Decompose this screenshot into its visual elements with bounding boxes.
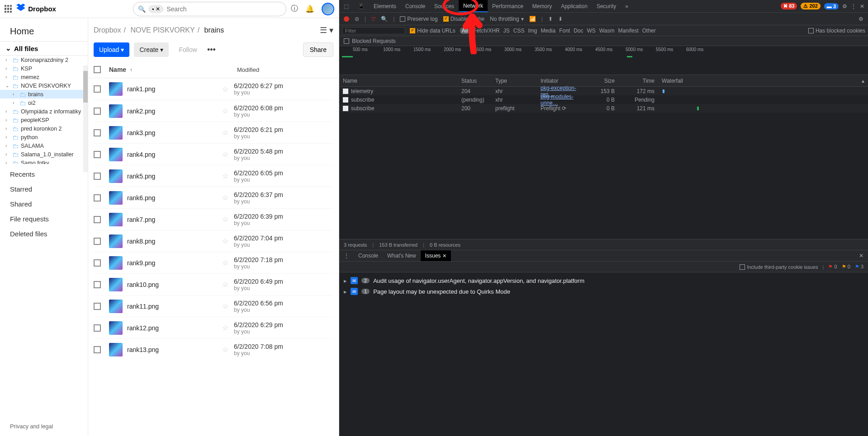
filter-type[interactable]: All xyxy=(460,28,470,34)
row-checkbox[interactable] xyxy=(94,194,101,202)
tree-item[interactable]: ›🗀python xyxy=(0,133,88,141)
row-checkbox[interactable] xyxy=(94,108,101,115)
file-name[interactable]: rank13.png xyxy=(127,346,222,353)
record-icon[interactable] xyxy=(344,16,349,22)
devtools-tab-network[interactable]: Network xyxy=(459,0,488,12)
star-icon[interactable]: ☆ xyxy=(222,172,234,180)
tree-item[interactable]: ›🗀Olympiáda z informatiky xyxy=(0,107,88,116)
filter-icon[interactable]: ▽ xyxy=(371,16,375,22)
tree-scrollbar[interactable] xyxy=(83,66,88,172)
clear-icon[interactable]: ⊘ xyxy=(355,16,359,22)
disable-cache-checkbox[interactable]: Disable cache xyxy=(443,16,484,22)
file-name[interactable]: rank5.png xyxy=(127,173,222,180)
kebab-icon[interactable]: ⋮ xyxy=(851,3,856,9)
star-icon[interactable]: ☆ xyxy=(222,323,234,332)
req-initiator[interactable]: Preflight ⟳ xyxy=(541,105,566,112)
sidebar-link[interactable]: Starred xyxy=(10,185,78,193)
row-checkbox[interactable] xyxy=(94,238,101,245)
search-input[interactable] xyxy=(166,5,284,13)
tree-item[interactable]: ⌄🗀NOVE PISKVORKY xyxy=(0,81,88,90)
filter-type[interactable]: CSS xyxy=(513,28,525,34)
search-icon[interactable]: 🔍 xyxy=(381,16,388,22)
include-cookie-checkbox[interactable]: Include third-party cookie issues xyxy=(740,264,818,270)
tree-item[interactable]: ›🗀oi2 xyxy=(0,98,88,107)
devtools-tab-sources[interactable]: Sources xyxy=(430,0,459,12)
offline-icon[interactable]: 📶 xyxy=(529,16,536,22)
file-name[interactable]: rank1.png xyxy=(127,85,222,93)
select-all-checkbox[interactable] xyxy=(94,66,101,73)
drawer-tab-console[interactable]: Console xyxy=(354,250,383,261)
file-name[interactable]: rank12.png xyxy=(127,324,222,332)
file-row[interactable]: rank3.png☆6/2/2020 6:21 pmby you xyxy=(94,122,333,143)
col-type[interactable]: Type xyxy=(492,78,537,84)
file-row[interactable]: rank9.png☆6/2/2020 7:18 pmby you xyxy=(94,252,333,273)
file-row[interactable]: rank7.png☆6/2/2020 6:39 pmby you xyxy=(94,208,333,230)
hide-data-urls-checkbox[interactable]: Hide data URLs xyxy=(410,28,455,34)
drawer-kebab-icon[interactable]: ⋮ xyxy=(339,250,354,261)
req-initiator[interactable]: pkg-modules-unne… xyxy=(541,94,574,106)
row-checkbox[interactable] xyxy=(94,281,101,288)
row-checkbox[interactable] xyxy=(94,85,101,93)
star-icon[interactable]: ☆ xyxy=(222,150,234,159)
file-name[interactable]: rank8.png xyxy=(127,238,222,245)
drawer-tab-whatsnew[interactable]: What's New xyxy=(383,250,421,261)
filter-type[interactable]: Fetch/XHR xyxy=(473,28,500,34)
issue-row[interactable]: ▸✉2Audit usage of navigator.userAgent, n… xyxy=(339,275,868,286)
dropbox-logo[interactable]: Dropbox xyxy=(16,4,56,14)
file-name[interactable]: rank6.png xyxy=(127,194,222,202)
row-checkbox[interactable] xyxy=(94,303,101,310)
file-name[interactable]: rank11.png xyxy=(127,303,222,310)
close-icon[interactable]: ✕ xyxy=(860,3,864,9)
warning-badge[interactable]: ⚠ 202 xyxy=(801,3,820,9)
file-name[interactable]: rank10.png xyxy=(127,281,222,288)
drawer-close-icon[interactable]: ✕ xyxy=(859,253,868,259)
sidebar-all-files[interactable]: ⌄ All files xyxy=(0,41,88,56)
file-row[interactable]: rank1.png☆6/2/2020 6:27 pmby you xyxy=(94,78,333,100)
filter-input[interactable] xyxy=(342,27,405,34)
star-icon[interactable]: ☆ xyxy=(222,345,234,354)
devtools-tab-performance[interactable]: Performance xyxy=(488,0,528,12)
sidebar-link[interactable]: Shared xyxy=(10,200,78,208)
share-button[interactable]: Share xyxy=(303,42,333,57)
row-checkbox[interactable] xyxy=(94,151,101,158)
filter-type[interactable]: Wasm xyxy=(599,28,615,34)
star-icon[interactable]: ☆ xyxy=(222,280,234,289)
sidebar-link[interactable]: Recents xyxy=(10,170,78,178)
preserve-log-checkbox[interactable]: Preserve log xyxy=(400,16,437,22)
gear-icon[interactable]: ⚙ xyxy=(842,3,847,9)
tree-item[interactable]: ›🗀memez xyxy=(0,73,88,81)
network-row[interactable]: subscribe200preflightPreflight ⟳0 B121 m… xyxy=(339,104,868,113)
row-checkbox[interactable] xyxy=(94,346,101,353)
file-row[interactable]: rank12.png☆6/2/2020 6:29 pmby you xyxy=(94,317,333,338)
devtools-tab-elements[interactable]: Elements xyxy=(369,0,401,12)
file-name[interactable]: rank2.png xyxy=(127,108,222,115)
row-checkbox[interactable] xyxy=(94,324,101,332)
blocked-requests-checkbox[interactable] xyxy=(344,38,349,44)
tab-close-icon[interactable]: ✕ xyxy=(442,253,446,259)
sidebar-link[interactable]: Deleted files xyxy=(10,230,78,238)
file-row[interactable]: rank8.png☆6/2/2020 7:04 pmby you xyxy=(94,230,333,252)
star-icon[interactable]: ☆ xyxy=(222,85,234,94)
more-icon[interactable]: ••• xyxy=(207,45,216,55)
pill-close-icon[interactable]: ✕ xyxy=(156,6,160,12)
folder-tree[interactable]: ›🗀Koronaprazdniny 2›🗀KSP›🗀memez⌄🗀NOVE PI… xyxy=(0,56,88,164)
drawer-tab-issues[interactable]: Issues✕ xyxy=(421,250,451,261)
star-icon[interactable]: ☆ xyxy=(222,258,234,267)
star-icon[interactable]: ☆ xyxy=(222,107,234,115)
filter-type[interactable]: Doc xyxy=(574,28,583,34)
avatar[interactable] xyxy=(322,3,334,15)
tree-item[interactable]: ›🗀peopleKSP xyxy=(0,116,88,124)
issue-row[interactable]: ▸✉1Page layout may be unexpected due to … xyxy=(339,286,868,297)
col-waterfall[interactable]: Waterfall ▴ xyxy=(658,78,868,84)
tree-item[interactable]: ›🗀Koronaprazdniny 2 xyxy=(0,56,88,64)
row-checkbox[interactable] xyxy=(94,216,101,223)
file-row[interactable]: rank5.png☆6/2/2020 6:05 pmby you xyxy=(94,165,333,187)
col-size[interactable]: Size xyxy=(586,78,618,84)
col-name[interactable]: Name xyxy=(339,78,458,84)
tree-item[interactable]: ›🗀Salama_1.0_installer xyxy=(0,150,88,159)
tree-item[interactable]: ›🗀KSP xyxy=(0,64,88,73)
file-name[interactable]: rank7.png xyxy=(127,216,222,223)
devtools-tab-memory[interactable]: Memory xyxy=(528,0,556,12)
error-badge[interactable]: ✖ 83 xyxy=(781,3,797,9)
file-row[interactable]: rank4.png☆6/2/2020 5:48 pmby you xyxy=(94,143,333,165)
